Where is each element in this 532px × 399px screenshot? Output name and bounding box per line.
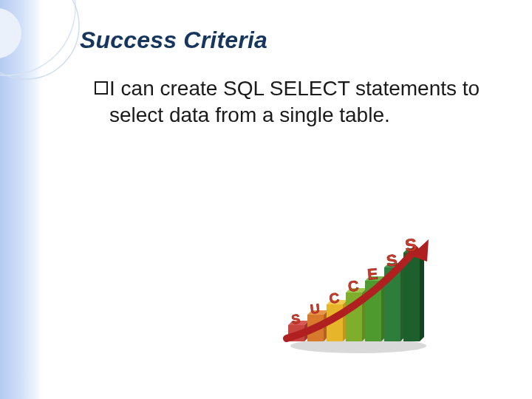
svg-marker-24 bbox=[420, 248, 424, 341]
svg-text:U: U bbox=[310, 301, 321, 316]
slide-title: Success Criteria bbox=[80, 27, 267, 54]
success-graphic: S U C C E S S bbox=[281, 236, 436, 355]
svg-rect-22 bbox=[403, 253, 420, 341]
svg-text:S: S bbox=[386, 250, 398, 270]
side-stripe bbox=[0, 0, 41, 399]
svg-text:C: C bbox=[347, 277, 360, 294]
bullet-item: I can create SQL SELECT statements to se… bbox=[95, 75, 488, 129]
checkbox-icon bbox=[95, 81, 108, 95]
svg-text:S: S bbox=[290, 311, 301, 327]
bullet-text: I can create SQL SELECT statements to se… bbox=[109, 75, 488, 129]
svg-text:C: C bbox=[328, 290, 340, 306]
svg-text:S: S bbox=[404, 236, 418, 256]
svg-text:E: E bbox=[366, 265, 378, 282]
